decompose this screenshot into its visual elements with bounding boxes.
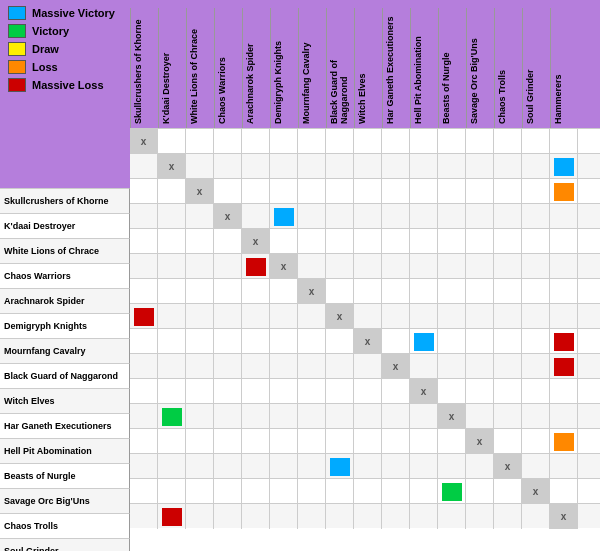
unit-title [0, 128, 130, 188]
grid-cell [186, 204, 214, 229]
grid-cell [242, 129, 270, 154]
legend-color-box [8, 60, 26, 74]
grid-cell [270, 354, 298, 379]
grid-cell [466, 229, 494, 254]
col-header-cell: Demigryph Knights [270, 8, 298, 128]
grid-cell [186, 229, 214, 254]
cell-color-box [246, 258, 266, 276]
grid-cell [326, 479, 354, 504]
cell-x-mark: x [449, 411, 455, 422]
grid-cell [298, 254, 326, 279]
grid-cell [130, 329, 158, 354]
grid-cell [354, 429, 382, 454]
grid-cell [130, 504, 158, 529]
row-label: Black Guard of Naggarond [0, 363, 130, 388]
grid-cell [354, 229, 382, 254]
grid-cell [186, 279, 214, 304]
col-header-cell: Chaos Warriors [214, 8, 242, 128]
grid-cell [214, 454, 242, 479]
cell-color-box [554, 358, 574, 376]
cell-x-mark: x [337, 311, 343, 322]
grid-cell [466, 504, 494, 529]
col-header-cell: Skullcrushers of Khorne [130, 8, 158, 128]
row-labels: Skullcrushers of KhorneK'daai DestroyerW… [0, 188, 130, 551]
grid-cell: x [550, 504, 578, 529]
grid-cell [354, 279, 382, 304]
grid-cell [130, 304, 158, 329]
grid-cell [130, 404, 158, 429]
legend-item: Draw [8, 42, 122, 56]
row-label: K'daai Destroyer [0, 213, 130, 238]
grid-cell [186, 454, 214, 479]
grid-cell [410, 329, 438, 354]
grid-cell [550, 204, 578, 229]
grid-cell [410, 179, 438, 204]
grid-cell [270, 479, 298, 504]
grid-cell [214, 154, 242, 179]
grid-cell [214, 129, 242, 154]
cell-color-box [554, 333, 574, 351]
grid-cell [522, 279, 550, 304]
grid-cell [382, 479, 410, 504]
grid-cell: x [214, 204, 242, 229]
grid-cell [438, 179, 466, 204]
grid-cell [130, 154, 158, 179]
grid-cell [494, 379, 522, 404]
grid-cell [410, 279, 438, 304]
cell-x-mark: x [505, 461, 511, 472]
grid-cell [466, 454, 494, 479]
grid-cell [466, 279, 494, 304]
grid-cell [214, 354, 242, 379]
grid-cell [522, 329, 550, 354]
grid-cell: x [130, 129, 158, 154]
grid-cell [354, 129, 382, 154]
cell-x-mark: x [141, 136, 147, 147]
grid-cell: x [466, 429, 494, 454]
grid-cell [242, 454, 270, 479]
grid-cell [242, 204, 270, 229]
grid-cell [270, 204, 298, 229]
top-section: Massive VictoryVictoryDrawLossMassive Lo… [0, 0, 600, 128]
grid-cell [130, 204, 158, 229]
grid-cell: x [326, 304, 354, 329]
grid-cell [438, 354, 466, 379]
grid-cell [550, 454, 578, 479]
grid-cell [158, 129, 186, 154]
grid-cell [466, 304, 494, 329]
grid-cell [354, 404, 382, 429]
grid-cell [522, 204, 550, 229]
grid-cell [214, 254, 242, 279]
grid-cell [130, 179, 158, 204]
grid-cell [214, 429, 242, 454]
grid-cell [354, 354, 382, 379]
col-header-cell: Hell Pit Abomination [410, 8, 438, 128]
grid-cell: x [382, 354, 410, 379]
grid-cell [522, 354, 550, 379]
grid-row: x [130, 153, 600, 178]
grid-cell [382, 329, 410, 354]
grid-cell [438, 504, 466, 529]
col-header-cell: Chaos Trolls [494, 8, 522, 128]
grid-cell [270, 404, 298, 429]
grid-cell [382, 129, 410, 154]
cell-x-mark: x [365, 336, 371, 347]
grid-cell [158, 229, 186, 254]
grid-cell [354, 479, 382, 504]
grid-cell [382, 504, 410, 529]
grid-cell [410, 354, 438, 379]
grid-cell [550, 179, 578, 204]
grid-cell [158, 479, 186, 504]
grid-cell [410, 129, 438, 154]
cell-x-mark: x [309, 286, 315, 297]
col-header-cell: Witch Elves [354, 8, 382, 128]
grid-cell [298, 354, 326, 379]
grid-cell [130, 379, 158, 404]
grid-cell [158, 504, 186, 529]
grid-cell [494, 404, 522, 429]
grid-cell: x [158, 154, 186, 179]
grid-cell [186, 129, 214, 154]
grid-cell [494, 429, 522, 454]
row-label: Beasts of Nurgle [0, 463, 130, 488]
grid-cell [242, 504, 270, 529]
col-header-cell: Hammerers [550, 8, 578, 128]
